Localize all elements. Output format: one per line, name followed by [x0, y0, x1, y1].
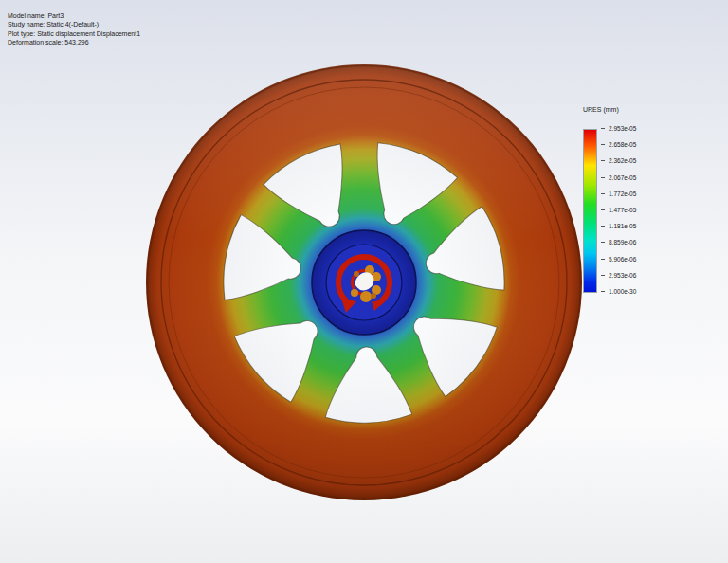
- legend-value: 1.772e-05: [609, 191, 636, 197]
- legend-tick: [601, 291, 605, 292]
- legend-row: 2.658e-05: [601, 141, 667, 148]
- legend-row: 5.906e-06: [601, 256, 667, 263]
- legend-tick: [601, 226, 605, 227]
- legend-value: 5.906e-06: [609, 256, 636, 263]
- legend-value: 2.067e-05: [609, 174, 636, 181]
- hub: [312, 230, 416, 335]
- legend-title: URES (mm): [583, 106, 619, 113]
- fringe-legend: URES (mm) 2.953e-05 2.658e-05 2.362e-05 …: [583, 106, 619, 128]
- legend-value: 2.362e-05: [609, 157, 636, 164]
- legend-row: 2.362e-05: [601, 157, 667, 164]
- legend-value: 2.658e-05: [609, 141, 636, 148]
- legend-row: 1.477e-05: [601, 207, 667, 213]
- legend-row: 2.953e-06: [601, 272, 667, 279]
- legend-row: 2.953e-05: [601, 125, 667, 132]
- legend-tick: [601, 144, 605, 145]
- legend-value: 1.181e-05: [609, 223, 636, 229]
- legend-tick: [601, 177, 605, 178]
- legend-value: 8.859e-06: [609, 239, 636, 245]
- legend-tick: [601, 193, 605, 194]
- legend-tick: [601, 242, 605, 243]
- legend-row: 1.000e-30: [601, 288, 667, 295]
- legend-tick: [601, 275, 605, 276]
- legend-value: 2.953e-06: [609, 272, 636, 279]
- legend-tick: [601, 128, 605, 129]
- legend-row: 8.859e-06: [601, 239, 667, 245]
- legend-value: 1.477e-05: [609, 207, 636, 213]
- legend-tick: [601, 209, 605, 210]
- legend-row: 2.067e-05: [601, 174, 667, 181]
- wheel[interactable]: [146, 64, 582, 500]
- legend-row: 1.181e-05: [601, 223, 667, 229]
- legend-value: 2.953e-05: [609, 125, 636, 132]
- legend-labels: 2.953e-05 2.658e-05 2.362e-05 2.067e-05 …: [601, 125, 667, 295]
- legend-value: 1.000e-30: [609, 288, 636, 295]
- legend-color-bar: [583, 129, 597, 293]
- legend-row: 1.772e-05: [601, 191, 667, 197]
- legend-tick: [601, 160, 605, 161]
- legend-tick: [601, 259, 605, 260]
- graphics-viewport[interactable]: Model name: Part3 Study name: Static 4(-…: [0, 0, 728, 563]
